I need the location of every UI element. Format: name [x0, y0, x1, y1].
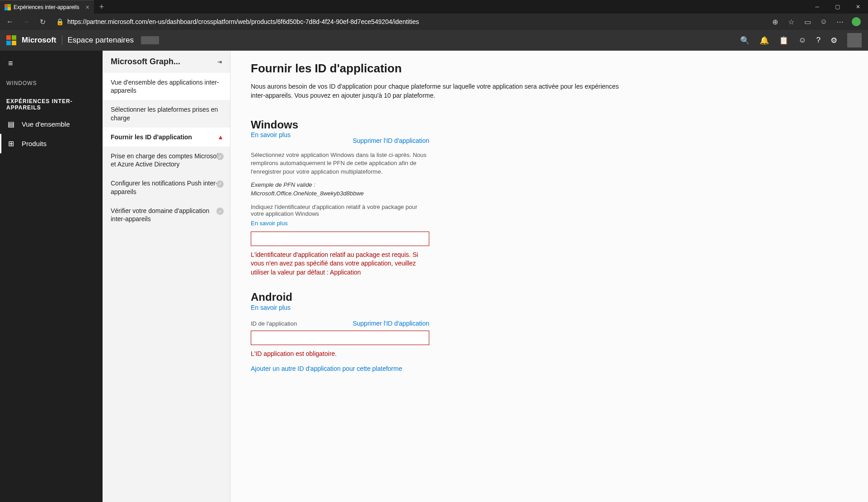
page-title: Fournir les ID d'application [251, 62, 848, 76]
browser-titlebar: Expériences inter-appareils × + ─ ▢ ✕ [0, 0, 868, 14]
windows-remove-link[interactable]: Supprimer l'ID d'application [352, 137, 429, 144]
secondary-sidebar-title: Microsoft Graph... [111, 57, 180, 66]
step-platforms[interactable]: Sélectionner les plateformes prises en c… [103, 100, 230, 127]
step-push[interactable]: Configurer les notifications Push inter-… [103, 174, 230, 201]
section-windows: WINDOWS [0, 72, 103, 90]
portal-name[interactable]: Espace partenaires [68, 36, 134, 45]
step-msa-aad[interactable]: Prise en charge des comptes Microsoft et… [103, 147, 230, 174]
check-icon: ✓ [216, 207, 224, 215]
lock-icon: 🔒 [56, 18, 64, 25]
collections-icon[interactable]: ▭ [801, 15, 814, 28]
windows-help: Sélectionnez votre application Windows d… [251, 151, 429, 177]
help-icon[interactable]: ? [816, 36, 821, 45]
zoom-icon[interactable]: ⊕ [769, 15, 781, 28]
secondary-sidebar: Microsoft Graph... ⇥ Vue d'ensemble des … [103, 51, 230, 502]
platform-windows: Windows En savoir plus Supprimer l'ID d'… [251, 118, 621, 277]
address-bar[interactable]: 🔒 https://partner.microsoft.com/en-us/da… [52, 18, 765, 25]
hamburger-icon[interactable]: ≡ [0, 55, 103, 72]
close-window-button[interactable]: ✕ [848, 0, 868, 14]
windows-learn-more-link[interactable]: En savoir plus [251, 131, 291, 138]
microsoft-favicon [5, 4, 11, 10]
refresh-button[interactable]: ↻ [36, 15, 49, 28]
settings-icon[interactable]: ⚙ [830, 36, 837, 45]
browser-tab[interactable]: Expériences inter-appareils × [0, 0, 94, 14]
tab-title: Expériences inter-appareils [14, 4, 79, 10]
url-text: https://partner.microsoft.com/en-us/dash… [67, 18, 419, 25]
notifications-icon[interactable]: 🔔 [760, 36, 769, 45]
favorite-icon[interactable]: ☆ [785, 15, 798, 28]
diagnostics-icon[interactable]: 📋 [779, 36, 788, 45]
avatar[interactable] [847, 33, 862, 47]
menu-icon[interactable]: ⋯ [834, 15, 846, 28]
feedback-icon[interactable]: ☺ [798, 36, 806, 45]
partner-header: Microsoft Espace partenaires 🔍 🔔 📋 ☺ ? ⚙ [0, 30, 868, 51]
check-icon: ✓ [216, 152, 224, 161]
windows-field-learn-more[interactable]: En savoir plus [251, 220, 288, 227]
android-app-id-input[interactable] [251, 331, 429, 345]
secondary-sidebar-header: Microsoft Graph... ⇥ [103, 51, 230, 73]
forward-button: → [20, 15, 33, 28]
android-learn-more-link[interactable]: En savoir plus [251, 304, 291, 311]
section-cross-device: EXPÉRIENCES INTER-APPAREILS [0, 90, 103, 114]
step-overview[interactable]: Vue d'ensemble des applications inter-ap… [103, 73, 230, 100]
search-icon[interactable]: 🔍 [740, 36, 750, 45]
nav-products[interactable]: ⊞ Produits [0, 134, 103, 153]
minimize-button[interactable]: ─ [807, 0, 827, 14]
windows-field-label: Indiquez l'identificateur d'application … [251, 204, 429, 217]
windows-heading: Windows [251, 118, 621, 131]
new-tab-button[interactable]: + [94, 2, 110, 12]
overview-icon: ▤ [6, 120, 15, 128]
maximize-button[interactable]: ▢ [827, 0, 848, 14]
collapse-icon[interactable]: ⇥ [217, 59, 222, 65]
android-error: L'ID application est obligatoire. [251, 350, 429, 359]
browser-toolbar: ← → ↻ 🔒 https://partner.microsoft.com/en… [0, 14, 868, 30]
close-tab-icon[interactable]: × [85, 4, 89, 11]
android-field-label: ID de l'application [251, 320, 297, 327]
primary-sidebar: ≡ WINDOWS EXPÉRIENCES INTER-APPAREILS ▤ … [0, 51, 103, 502]
main-content: Fournir les ID d'application Nous aurons… [230, 51, 868, 502]
back-button[interactable]: ← [4, 15, 16, 28]
windows-app-id-input[interactable] [251, 232, 429, 246]
feedback-icon[interactable]: ☺ [817, 15, 830, 28]
redacted-label [141, 36, 159, 44]
windows-example: Exemple de PFN valide : Microsoft.Office… [251, 181, 429, 198]
profile-icon[interactable] [850, 15, 863, 28]
nav-overview[interactable]: ▤ Vue d'ensemble [0, 114, 103, 134]
warning-icon: ▲ [217, 133, 224, 141]
divider [62, 35, 62, 45]
check-icon: ✓ [216, 179, 224, 188]
nav-label: Produits [22, 140, 47, 147]
android-heading: Android [251, 291, 621, 303]
brand-text: Microsoft [22, 36, 56, 45]
android-add-another-link[interactable]: Ajouter un autre ID d'application pour c… [251, 365, 402, 372]
step-domain[interactable]: Vérifier votre domaine d'application int… [103, 201, 230, 228]
platform-android: Android En savoir plus ID de l'applicati… [251, 291, 621, 373]
intro-text: Nous aurons besoin de vos ID d'applicati… [251, 82, 621, 100]
windows-error: L'identificateur d'application relatif a… [251, 251, 429, 277]
products-icon: ⊞ [6, 139, 15, 148]
android-remove-link[interactable]: Supprimer l'ID d'application [352, 320, 429, 327]
nav-label: Vue d'ensemble [22, 120, 70, 128]
microsoft-logo [6, 35, 16, 45]
step-app-ids[interactable]: Fournir les ID d'application ▲ [103, 128, 230, 147]
